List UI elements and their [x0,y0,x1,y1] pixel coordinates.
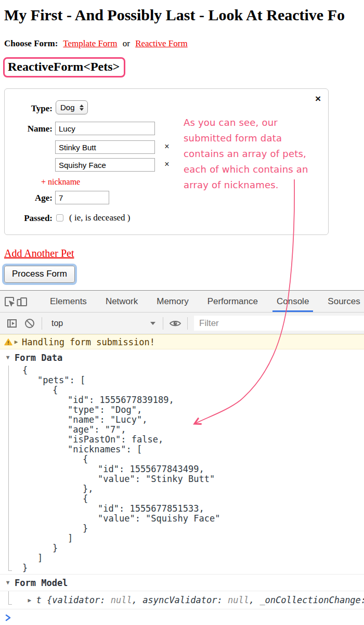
preview-text: , asyncValidator: [132,595,228,605]
passed-label: Passed: [10,213,53,224]
json-line: "age": "7", [0,425,364,435]
tab-console[interactable]: Console [267,291,318,312]
remove-nickname-button-2[interactable]: × [162,160,172,169]
inspect-element-icon[interactable] [3,293,16,310]
type-select[interactable]: Dog [56,100,88,114]
json-line: ] [0,533,364,543]
passed-checkbox[interactable] [56,214,63,222]
preview-text: , _onCollectionChange: [249,595,364,605]
nickname-input-2[interactable] [55,158,155,172]
page-title: My First - And Possibly Last - Look At R… [4,6,364,24]
tab-sources[interactable]: Sources [318,291,364,312]
tab-memory[interactable]: Memory [147,291,198,312]
json-line: { [0,454,364,464]
name-label: Name: [10,124,53,134]
json-line: }, [0,484,364,494]
json-line: ] [0,553,364,563]
tab-network[interactable]: Network [96,291,147,312]
toolbar-separator [42,317,42,330]
form-model-group-title: Form Model [15,578,68,588]
json-line: "value": "Stinky Butt" [0,474,364,484]
type-label: Type: [10,103,53,114]
inspect-element-icon [3,295,16,308]
choose-form-label: Choose Form: [4,38,58,48]
remove-nickname-button-1[interactable]: × [162,142,172,151]
clear-console-icon [24,318,35,329]
collapse-triangle-icon[interactable]: ▼ [4,354,11,361]
console-sidebar-icon[interactable] [3,315,21,332]
device-toolbar-icon [16,295,28,308]
execution-context-value: top [51,319,63,328]
process-form-button[interactable]: Process Form [4,266,75,283]
json-line: { [0,494,364,504]
tab-performance[interactable]: Performance [198,291,267,312]
console-filter-input[interactable] [194,318,364,329]
annotation-line: As you can see, our [184,115,319,131]
live-expression-eye-icon[interactable] [166,315,184,332]
or-text: or [123,38,130,48]
devtools-tabbar: ElementsNetworkMemoryPerformanceConsoleS… [0,291,364,312]
handwritten-annotation: As you can see, oursubmitted form dataco… [184,115,319,193]
add-another-pet-link[interactable]: Add Another Pet [4,248,74,259]
console-toolbar: top [0,312,364,334]
collapse-triangle-icon[interactable]: ▼ [4,579,11,586]
json-line: } [0,524,364,533]
json-line: "id": 1555677839189, [0,395,364,405]
json-line: "type": "Dog", [0,405,364,415]
warning-message: Handling form submission! [22,337,155,347]
chevron-down-icon [150,322,155,325]
json-line: "name": "Lucy", [0,415,364,425]
execution-context-select[interactable]: top [51,319,155,328]
toolbar-separator [187,317,188,330]
device-toolbar-icon[interactable] [16,293,28,310]
form-data-group-title: Form Data [15,353,62,363]
reactive-form-heading: ReactiveForm<Pets> [3,57,125,77]
toolbar-separator [163,317,163,330]
age-label: Age: [10,193,53,203]
close-pet-button[interactable]: × [315,93,321,105]
template-form-link[interactable]: Template Form [63,38,117,48]
annotation-line: array of nicknames. [184,177,319,193]
select-stepper-icon [80,105,84,111]
name-input[interactable] [55,122,155,135]
preview-text: t {validator: [36,595,110,605]
age-input[interactable] [55,191,109,204]
group-indent-guide [8,366,9,571]
object-preview-text: t {validator: null, asyncValidator: null… [36,595,364,605]
console-sidebar-icon [6,318,18,329]
type-select-value: Dog [60,103,75,112]
console-warning-row[interactable]: ▶ Handling form submission! [0,334,364,349]
expand-triangle-icon[interactable]: ▶ [26,597,33,604]
expand-triangle-icon[interactable]: ▶ [12,338,20,345]
warning-triangle-icon [4,338,12,346]
form-data-json-output: {"pets": [{"id": 1555677839189,"type": "… [0,366,364,574]
choose-form-line: Choose Form: Template Form or Reactive F… [4,38,191,49]
json-line: "value": "Squishy Face" [0,514,364,524]
clear-console-icon[interactable] [21,315,38,332]
annotation-line: contains an array of pets, [184,146,319,162]
add-nickname-link[interactable]: + nickname [41,177,80,187]
annotation-line: submitted form data [184,131,319,146]
preview-muted-value: null [111,595,132,605]
nickname-input-1[interactable] [55,140,155,154]
console-prompt-chevron-icon [5,614,11,621]
reactive-form-link[interactable]: Reactive Form [135,38,188,48]
form-model-group-header[interactable]: ▼ Form Model [0,574,364,591]
json-line: "nicknames": [ [0,445,364,454]
console-prompt-row[interactable] [0,609,364,625]
json-line: "id": 1555677851533, [0,504,364,514]
page: My First - And Possibly Last - Look At R… [0,0,364,625]
json-line: "id": 1555677843499, [0,464,364,474]
pet-form-card: × Type: Dog Name: ×× + nickname Age: Pas… [4,88,329,235]
annotation-line: each of which contains an [184,162,319,177]
tab-elements[interactable]: Elements [41,291,96,312]
json-line: } [0,563,364,573]
passed-hint: ( ie, is deceased ) [69,213,131,223]
group-indent-guide [8,591,9,605]
filter-field-wrap [194,316,364,331]
json-line: } [0,543,364,553]
devtools-panel: ElementsNetworkMemoryPerformanceConsoleS… [0,290,364,625]
form-model-object-row[interactable]: ▶ t {validator: null, asyncValidator: nu… [0,591,364,609]
form-data-group-header[interactable]: ▼ Form Data [0,349,364,366]
preview-muted-value: null [228,595,249,605]
